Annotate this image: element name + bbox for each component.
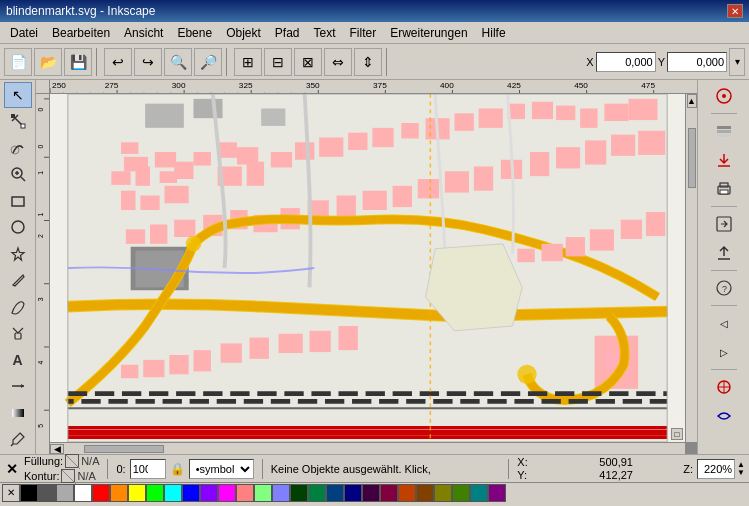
menu-datei[interactable]: Datei [4, 24, 44, 42]
tb-new[interactable]: 📄 [4, 48, 32, 76]
menu-erweiterungen[interactable]: Erweiterungen [384, 24, 473, 42]
black-x-button[interactable]: ✕ [4, 459, 20, 479]
color-green[interactable] [146, 484, 164, 502]
rp-prev[interactable]: ◁ [710, 309, 738, 337]
stroke-value: N/A [77, 470, 95, 482]
tb-flip-h[interactable]: ⇔ [324, 48, 352, 76]
close-button[interactable]: ✕ [727, 4, 743, 18]
rp-upload[interactable] [710, 239, 738, 267]
tool-node[interactable] [4, 109, 32, 135]
tool-bucket[interactable] [4, 321, 32, 347]
color-navy[interactable] [344, 484, 362, 502]
color-yellow[interactable] [128, 484, 146, 502]
menu-pfad[interactable]: Pfad [269, 24, 306, 42]
map-svg [50, 94, 685, 442]
color-darkgreen[interactable] [290, 484, 308, 502]
tb-align[interactable]: ⊞ [234, 48, 262, 76]
tb-redo[interactable]: ↪ [134, 48, 162, 76]
scroll-left-btn[interactable]: ◀ [50, 444, 64, 454]
x-input[interactable] [596, 52, 656, 72]
color-orange[interactable] [110, 484, 128, 502]
tb-undo[interactable]: ↩ [104, 48, 132, 76]
tb-zoom-in[interactable]: 🔍 [164, 48, 192, 76]
color-teal[interactable] [470, 484, 488, 502]
canvas-area[interactable]: 250 275 300 325 350 375 400 425 [36, 80, 697, 454]
color-gray[interactable] [56, 484, 74, 502]
color-brown[interactable] [398, 484, 416, 502]
scroll-up-btn[interactable]: ▲ [687, 94, 697, 108]
tool-rect[interactable] [4, 188, 32, 214]
tool-pen[interactable] [4, 268, 32, 294]
tool-connector[interactable] [4, 374, 32, 400]
menu-ansicht[interactable]: Ansicht [118, 24, 169, 42]
rp-snap[interactable] [710, 82, 738, 110]
menu-filter[interactable]: Filter [344, 24, 383, 42]
map-canvas[interactable] [50, 94, 685, 442]
tool-zoom[interactable] [4, 162, 32, 188]
toolbar-expand[interactable]: ▾ [729, 48, 745, 76]
tool-dropper[interactable] [4, 427, 32, 453]
color-darkblue2[interactable] [326, 484, 344, 502]
color-darkgray[interactable] [38, 484, 56, 502]
color-medgreen[interactable] [308, 484, 326, 502]
color-darkbrown[interactable] [416, 484, 434, 502]
tool-calligraphy[interactable] [4, 294, 32, 320]
menu-text[interactable]: Text [308, 24, 342, 42]
color-black[interactable] [20, 484, 38, 502]
rp-layer[interactable] [710, 117, 738, 145]
color-cyan[interactable] [164, 484, 182, 502]
scrollbar-horizontal[interactable]: ◀ [50, 442, 685, 454]
color-lightred[interactable] [236, 484, 254, 502]
tb-open[interactable]: 📂 [34, 48, 62, 76]
color-lightblue[interactable] [272, 484, 290, 502]
svg-rect-125 [143, 360, 164, 377]
color-darkpurple[interactable] [362, 484, 380, 502]
tool-text[interactable]: A [4, 347, 32, 373]
scrollbar-v-thumb[interactable] [688, 128, 696, 188]
color-purple[interactable] [488, 484, 506, 502]
tb-transform[interactable]: ⊠ [294, 48, 322, 76]
tb-flip-v[interactable]: ⇕ [354, 48, 382, 76]
color-lightgreen[interactable] [254, 484, 272, 502]
svg-rect-141 [517, 249, 534, 263]
tool-star[interactable] [4, 241, 32, 267]
no-color-btn[interactable]: ✕ [2, 484, 20, 502]
y-input[interactable] [667, 52, 727, 72]
stroke-color-box[interactable] [61, 469, 75, 483]
color-yellowgreen[interactable] [452, 484, 470, 502]
menu-bearbeiten[interactable]: Bearbeiten [46, 24, 116, 42]
tool-circle[interactable] [4, 215, 32, 241]
rp-snap3[interactable] [710, 402, 738, 430]
rp-next[interactable]: ▷ [710, 338, 738, 366]
menu-hilfe[interactable]: Hilfe [476, 24, 512, 42]
opacity-input[interactable] [130, 459, 166, 479]
rp-print[interactable] [710, 175, 738, 203]
zoom-input[interactable] [697, 459, 735, 479]
color-red[interactable] [92, 484, 110, 502]
style-combo[interactable]: •symbol none [189, 459, 254, 479]
lock-icon[interactable]: 🔒 [170, 462, 185, 476]
rp-snap2[interactable] [710, 373, 738, 401]
svg-point-147 [186, 236, 201, 251]
rp-download[interactable] [710, 146, 738, 174]
color-olive[interactable] [434, 484, 452, 502]
color-violet[interactable] [200, 484, 218, 502]
scrollbar-vertical[interactable]: ▲ [685, 94, 697, 442]
menu-objekt[interactable]: Objekt [220, 24, 267, 42]
menu-ebene[interactable]: Ebene [171, 24, 218, 42]
tb-zoom-out[interactable]: 🔎 [194, 48, 222, 76]
tool-gradient[interactable] [4, 400, 32, 426]
zoom-down-btn[interactable]: ▼ [737, 469, 745, 477]
scrollbar-h-thumb[interactable] [84, 445, 164, 453]
tb-save[interactable]: 💾 [64, 48, 92, 76]
rp-export[interactable] [710, 210, 738, 238]
color-white[interactable] [74, 484, 92, 502]
tool-select[interactable]: ↖ [4, 82, 32, 108]
color-darkmagenta[interactable] [380, 484, 398, 502]
tool-tweak[interactable] [4, 135, 32, 161]
tb-dist[interactable]: ⊟ [264, 48, 292, 76]
rp-help[interactable]: ? [710, 274, 738, 302]
color-blue[interactable] [182, 484, 200, 502]
fill-color-box[interactable] [65, 454, 79, 468]
color-magenta[interactable] [218, 484, 236, 502]
